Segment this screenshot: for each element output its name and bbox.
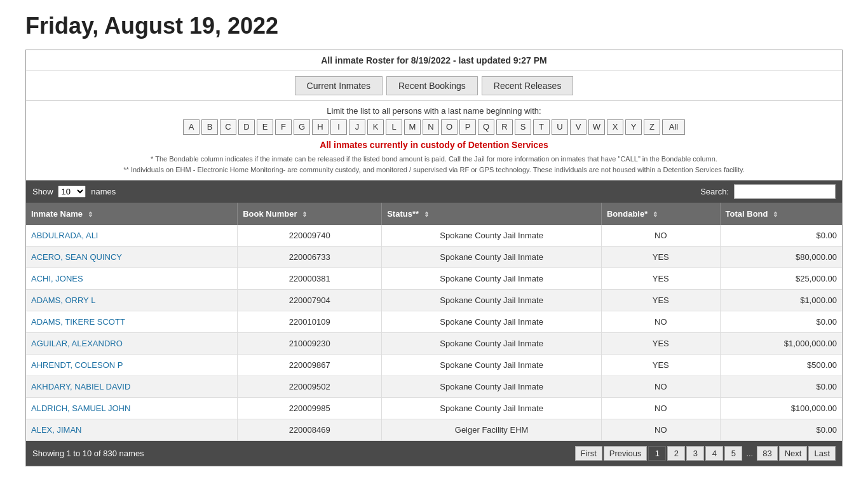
page-83[interactable]: 83: [757, 446, 777, 461]
inmate-link[interactable]: ADAMS, ORRY L: [31, 295, 95, 305]
inmate-link[interactable]: ACERO, SEAN QUINCY: [31, 252, 122, 262]
alpha-D[interactable]: D: [238, 119, 255, 135]
inmate-link[interactable]: ALEX, JIMAN: [31, 425, 81, 435]
alpha-C[interactable]: C: [220, 119, 236, 135]
alpha-Z[interactable]: Z: [644, 119, 660, 135]
alpha-W[interactable]: W: [588, 119, 605, 135]
table-row: ALDRICH, SAMUEL JOHN220009985Spokane Cou…: [26, 398, 842, 419]
cell-book-number: 220007904: [238, 290, 382, 311]
alpha-All[interactable]: All: [662, 119, 685, 135]
cell-book-number: 220000381: [238, 268, 382, 290]
col-header-status[interactable]: Status** ⇕: [382, 203, 602, 225]
cell-bondable: NO: [601, 419, 720, 441]
inmate-link[interactable]: AKHDARY, NABIEL DAVID: [31, 382, 130, 391]
cell-bondable: YES: [601, 333, 720, 355]
alpha-U[interactable]: U: [552, 119, 568, 135]
alpha-T[interactable]: T: [533, 119, 550, 135]
filter-section: Limit the list to all persons with a las…: [26, 101, 842, 180]
tab-row: Current Inmates Recent Bookings Recent R…: [26, 71, 842, 101]
alpha-B[interactable]: B: [201, 119, 218, 135]
main-container: All inmate Roster for 8/19/2022 - last u…: [25, 50, 843, 466]
inmate-link[interactable]: ACHI, JONES: [31, 274, 83, 283]
custody-notice: All inmates currently in custody of Dete…: [31, 140, 837, 150]
cell-total-bond: $25,000.00: [720, 268, 842, 290]
tab-recent-bookings[interactable]: Recent Bookings: [386, 76, 478, 95]
sort-icon-name: ⇕: [88, 211, 93, 218]
cell-total-bond: $1,000,000.00: [720, 333, 842, 355]
cell-total-bond: $0.00: [720, 225, 842, 247]
col-header-total-bond[interactable]: Total Bond ⇕: [720, 203, 842, 225]
inmate-link[interactable]: ADAMS, TIKERE SCOTT: [31, 317, 125, 327]
cell-status: Spokane County Jail Inmate: [382, 333, 602, 355]
cell-book-number: 220009740: [238, 225, 382, 247]
alpha-Q[interactable]: Q: [478, 119, 494, 135]
alpha-M[interactable]: M: [404, 119, 421, 135]
alpha-V[interactable]: V: [570, 119, 587, 135]
cell-inmate-name: ADAMS, ORRY L: [26, 290, 238, 311]
alpha-L[interactable]: L: [386, 119, 402, 135]
cell-bondable: YES: [601, 247, 720, 268]
alpha-K[interactable]: K: [367, 119, 384, 135]
alpha-A[interactable]: A: [183, 119, 200, 135]
page-next[interactable]: Next: [779, 446, 808, 461]
alpha-row: A B C D E F G H I J K L M N O P Q R S T …: [31, 119, 837, 135]
page-last[interactable]: Last: [808, 446, 836, 461]
cell-inmate-name: ALDRICH, SAMUEL JOHN: [26, 398, 238, 419]
page-previous[interactable]: Previous: [604, 446, 648, 461]
search-section: Search:: [700, 184, 836, 199]
sort-icon-status: ⇕: [424, 211, 429, 218]
alpha-J[interactable]: J: [349, 119, 365, 135]
search-label: Search:: [700, 187, 729, 196]
controls-row: Show 10 25 50 100 names Search:: [26, 180, 842, 203]
col-header-name[interactable]: Inmate Name ⇕: [26, 203, 238, 225]
table-row: AHRENDT, COLESON P220009867Spokane Count…: [26, 355, 842, 376]
show-select[interactable]: 10 25 50 100: [58, 186, 86, 198]
alpha-E[interactable]: E: [257, 119, 273, 135]
alpha-Y[interactable]: Y: [625, 119, 642, 135]
roster-header: All inmate Roster for 8/19/2022 - last u…: [26, 50, 842, 71]
alpha-O[interactable]: O: [441, 119, 458, 135]
cell-status: Spokane County Jail Inmate: [382, 290, 602, 311]
cell-total-bond: $100,000.00: [720, 398, 842, 419]
alpha-S[interactable]: S: [515, 119, 531, 135]
page-5[interactable]: 5: [724, 446, 742, 461]
alpha-P[interactable]: P: [459, 119, 476, 135]
col-header-book[interactable]: Book Number ⇕: [238, 203, 382, 225]
alpha-R[interactable]: R: [496, 119, 513, 135]
page-first[interactable]: First: [575, 446, 602, 461]
alpha-X[interactable]: X: [607, 119, 623, 135]
alpha-N[interactable]: N: [423, 119, 439, 135]
page-1[interactable]: 1: [648, 446, 666, 461]
table-row: ADAMS, TIKERE SCOTT220010109Spokane Coun…: [26, 311, 842, 333]
alpha-F[interactable]: F: [275, 119, 292, 135]
search-input[interactable]: [734, 184, 836, 199]
cell-bondable: YES: [601, 268, 720, 290]
footer-row: Showing 1 to 10 of 830 names First Previ…: [26, 441, 842, 466]
alpha-H[interactable]: H: [312, 119, 329, 135]
page-3[interactable]: 3: [686, 446, 704, 461]
page-2[interactable]: 2: [667, 446, 685, 461]
inmate-link[interactable]: ALDRICH, SAMUEL JOHN: [31, 403, 130, 413]
table-row: ACHI, JONES220000381Spokane County Jail …: [26, 268, 842, 290]
inmate-link[interactable]: AGUILAR, ALEXANDRO: [31, 339, 123, 348]
sort-icon-bondable: ⇕: [653, 211, 658, 218]
cell-status: Geiger Facility EHM: [382, 419, 602, 441]
inmate-link[interactable]: ABDULRADA, ALI: [31, 231, 98, 240]
tab-current-inmates[interactable]: Current Inmates: [295, 76, 383, 95]
cell-inmate-name: ACHI, JONES: [26, 268, 238, 290]
cell-bondable: YES: [601, 290, 720, 311]
tab-recent-releases[interactable]: Recent Releases: [482, 76, 574, 95]
cell-inmate-name: AGUILAR, ALEXANDRO: [26, 333, 238, 355]
cell-inmate-name: ABDULRADA, ALI: [26, 225, 238, 247]
table-row: AGUILAR, ALEXANDRO210009230Spokane Count…: [26, 333, 842, 355]
page-4[interactable]: 4: [705, 446, 723, 461]
cell-status: Spokane County Jail Inmate: [382, 268, 602, 290]
page-title: Friday, August 19, 2022: [25, 13, 843, 39]
filter-label: Limit the list to all persons with a las…: [31, 106, 837, 116]
cell-inmate-name: AHRENDT, COLESON P: [26, 355, 238, 376]
alpha-I[interactable]: I: [330, 119, 347, 135]
col-header-bondable[interactable]: Bondable* ⇕: [601, 203, 720, 225]
inmate-link[interactable]: AHRENDT, COLESON P: [31, 360, 123, 370]
alpha-G[interactable]: G: [294, 119, 310, 135]
cell-book-number: 220010109: [238, 311, 382, 333]
